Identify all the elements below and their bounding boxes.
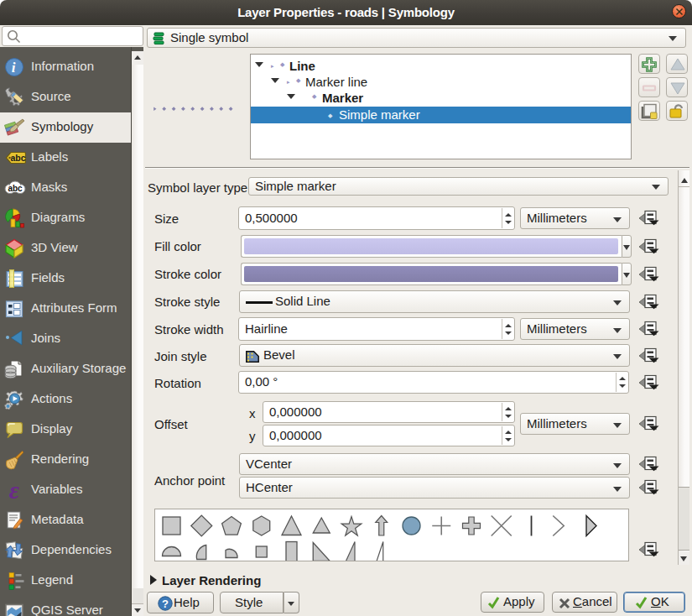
- svg-text:?: ?: [162, 598, 169, 610]
- svg-text:ε: ε: [9, 480, 20, 500]
- svg-text:abc: abc: [10, 153, 25, 163]
- svg-text:i: i: [12, 60, 16, 76]
- svg-text:abc: abc: [8, 184, 23, 193]
